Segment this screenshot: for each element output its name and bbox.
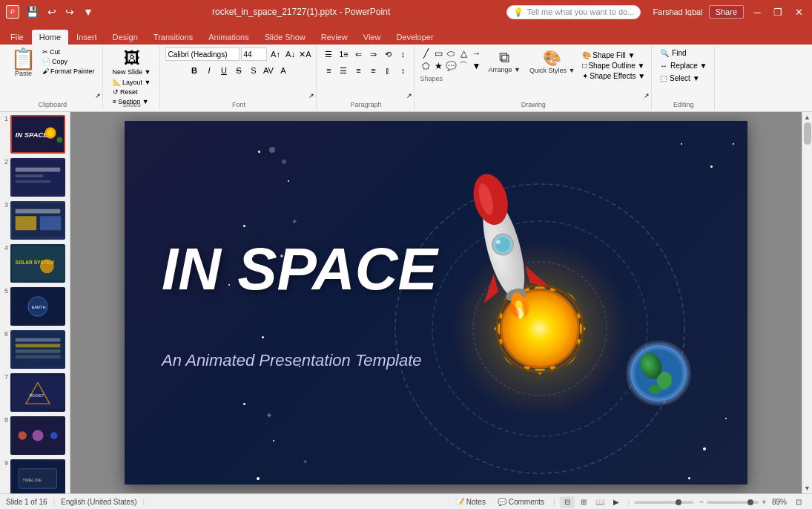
slide-thumb-3[interactable] [10,201,65,240]
shape-fill-button[interactable]: 🎨 Shape Fill ▼ [581,50,647,60]
zoom-in-button[interactable]: + [762,498,766,506]
restore-button[interactable]: ❐ [770,4,785,19]
justify-button[interactable]: ≡ [366,64,380,77]
slide-thumb-2[interactable] [10,158,65,197]
shape-rect[interactable]: ▭ [432,47,444,59]
align-center-button[interactable]: ☰ [337,64,350,77]
format-painter-button[interactable]: 🖌Format Painter [39,67,98,76]
paragraph-expand-icon[interactable]: ↗ [406,92,412,99]
bullets-button[interactable]: ☰ [322,47,335,61]
shape-pentagon[interactable]: ⬠ [420,60,432,72]
drawing-expand-icon[interactable]: ↗ [644,92,650,99]
undo-button[interactable]: ↩ [45,4,59,19]
underline-button[interactable]: U [217,64,231,77]
slide-panel[interactable]: 1 IN SPACE 2 [0,112,70,493]
scroll-up-button[interactable]: ▲ [802,112,813,122]
paste-button[interactable]: 📋 Paste [7,47,39,79]
slide-thumb-1[interactable]: IN SPACE [10,115,65,154]
numbering-button[interactable]: 1≡ [337,47,350,61]
tell-me-input[interactable]: 💡 Tell me what you want to do... [506,5,641,19]
shape-effects-button[interactable]: ✦ Shape Effects ▼ [581,71,647,81]
tab-view[interactable]: View [356,30,389,45]
shadow-button[interactable]: S [247,64,260,77]
increase-indent-button[interactable]: ⇒ [366,47,380,61]
copy-button[interactable]: 📄Copy [39,57,98,66]
tab-file[interactable]: File [3,30,31,45]
font-expand-icon[interactable]: ↗ [308,92,314,99]
slide-thumb-6[interactable] [10,330,65,369]
increase-font-button[interactable]: A↑ [268,47,282,61]
slide-thumb-5[interactable]: EARTH [10,287,65,326]
notes-button[interactable]: 📝 Notes [451,497,490,507]
reading-view-button[interactable]: 📖 [593,496,607,508]
arrange-button[interactable]: ⧉ Arrange ▼ [485,47,523,75]
slide-thumb-9[interactable]: TIMELINE [10,459,65,493]
strikethrough-button[interactable]: S [232,64,245,77]
find-button[interactable]: 🔍 Find [657,47,702,59]
font-color-button[interactable]: A [277,64,290,77]
scroll-track[interactable] [802,122,813,483]
slide-thumb-8[interactable] [10,416,65,455]
slide-canvas[interactable]: ✦ ✦ ✦ ✦ ✦ ✦ ✦ [125,121,747,485]
customize-qat-button[interactable]: ▼ [81,4,96,19]
slide-title[interactable]: IN SPACE [162,240,438,299]
zoom-thumb[interactable] [676,499,681,505]
redo-button[interactable]: ↪ [63,4,76,19]
shape-oval[interactable]: ⬭ [445,47,457,59]
tab-design[interactable]: Design [105,30,145,45]
scroll-thumb[interactable] [804,122,811,145]
align-right-button[interactable]: ≡ [351,64,365,77]
replace-button[interactable]: ↔ Replace ▼ [657,60,710,71]
normal-view-button[interactable]: ⊟ [560,496,575,508]
line-spacing-button[interactable]: ↕ [396,64,409,77]
tab-review[interactable]: Review [314,30,355,45]
text-direction-button[interactable]: ⟲ [381,47,395,61]
font-family-input[interactable] [165,47,240,61]
decrease-indent-button[interactable]: ⇐ [351,47,365,61]
tab-animations[interactable]: Animations [201,30,256,45]
quick-styles-button[interactable]: 🎨 Quick Styles ▼ [527,47,578,76]
char-spacing-button[interactable]: AV [262,64,275,77]
shape-star[interactable]: ★ [432,60,444,72]
save-button[interactable]: 💾 [24,4,41,19]
new-slide-button[interactable]: 🖼 New Slide ▼ [108,47,156,77]
tab-developer[interactable]: Developer [389,30,440,45]
align-left-button[interactable]: ≡ [322,64,335,77]
fit-window-button[interactable]: ⊡ [791,496,806,508]
italic-button[interactable]: I [202,64,216,77]
zoom-handle[interactable] [747,499,753,505]
shape-callout[interactable]: 💬 [445,60,457,72]
columns-button[interactable]: ⫿ [381,64,395,77]
reset-button[interactable]: ↺ Reset [110,88,154,96]
shape-connector[interactable]: ⌒ [458,60,469,72]
clipboard-expand-icon[interactable]: ↗ [95,92,101,99]
slideshow-button[interactable]: ▶ [609,496,624,508]
shape-outline-button[interactable]: □ Shape Outline ▼ [581,61,647,70]
shape-triangle[interactable]: △ [458,47,469,59]
clear-format-button[interactable]: ✕A [298,47,311,61]
tab-home[interactable]: Home [32,30,68,45]
slide-sorter-button[interactable]: ⊞ [576,496,591,508]
slide-thumb-7[interactable]: ROCKET [10,373,65,412]
shapes-more[interactable]: ▼ [470,60,482,72]
share-button[interactable]: Share [709,5,744,19]
font-size-input[interactable] [241,47,267,61]
decrease-font-button[interactable]: A↓ [283,47,297,61]
scroll-down-button[interactable]: ▼ [802,483,813,493]
shape-line[interactable]: ╱ [420,47,432,59]
tab-insert[interactable]: Insert [69,30,105,45]
tab-transitions[interactable]: Transitions [146,30,200,45]
canvas-area[interactable]: ✦ ✦ ✦ ✦ ✦ ✦ ✦ [70,112,802,493]
convert-button[interactable]: ↕ [396,47,409,61]
slide-thumb-4[interactable]: SOLAR SYSTEM [10,244,65,283]
zoom-slider[interactable] [634,501,693,504]
zoom-track[interactable] [707,501,759,504]
bold-button[interactable]: B [188,64,201,77]
zoom-out-button[interactable]: − [699,498,704,506]
cut-button[interactable]: ✂Cut [39,47,98,56]
close-button[interactable]: ✕ [791,4,806,19]
right-scrollbar[interactable]: ▲ ▼ [802,112,812,493]
slide-subtitle[interactable]: An Animated Presentation Template [162,351,422,370]
layout-button[interactable]: 📐 Layout ▼ [110,78,154,87]
comments-button[interactable]: 💬 Comments [493,497,549,507]
